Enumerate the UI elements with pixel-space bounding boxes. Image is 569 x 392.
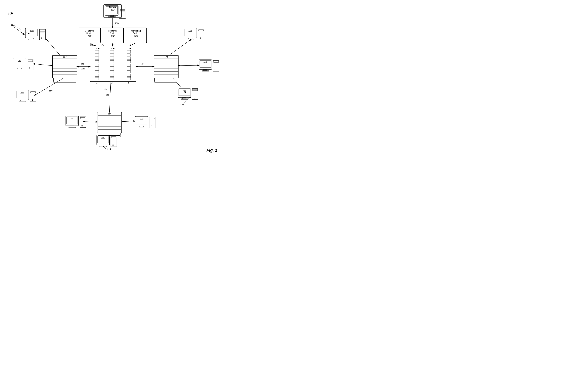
svg-rect-34 bbox=[127, 54, 131, 56]
svg-rect-35 bbox=[127, 57, 131, 60]
svg-rect-19 bbox=[95, 64, 99, 66]
svg-rect-96 bbox=[69, 127, 75, 128]
svg-rect-33 bbox=[127, 50, 131, 53]
ref-108c: 108c bbox=[115, 22, 119, 24]
md120-label1: Monitoring bbox=[108, 30, 117, 32]
svg-rect-3 bbox=[110, 15, 114, 16]
svg-rect-30 bbox=[110, 70, 114, 73]
sw114-ref: 114 bbox=[108, 112, 111, 115]
ref-200a: 200 bbox=[81, 63, 84, 65]
svg-rect-75 bbox=[40, 31, 45, 32]
ref-108b: 108b bbox=[49, 90, 53, 92]
svg-rect-72 bbox=[28, 39, 35, 40]
svg-rect-22 bbox=[95, 74, 99, 77]
md130-label2: Device bbox=[133, 32, 139, 34]
svg-line-0 bbox=[14, 27, 24, 35]
svg-rect-68 bbox=[155, 81, 177, 82]
md110-ref: 110 bbox=[88, 35, 91, 37]
svg-rect-109 bbox=[140, 126, 143, 127]
svg-rect-119 bbox=[199, 30, 203, 31]
svg-rect-36 bbox=[127, 60, 131, 63]
svg-rect-39 bbox=[127, 70, 131, 73]
svg-rect-25 bbox=[110, 54, 114, 56]
svg-rect-91 bbox=[31, 92, 35, 93]
tap2-label: TAP bbox=[111, 47, 114, 50]
svg-rect-8 bbox=[120, 11, 125, 11]
svg-line-151 bbox=[15, 26, 29, 34]
svg-rect-24 bbox=[110, 50, 114, 53]
svg-rect-29 bbox=[110, 67, 114, 70]
svg-rect-97 bbox=[80, 117, 86, 128]
svg-rect-95 bbox=[70, 126, 74, 127]
svg-rect-90 bbox=[30, 91, 36, 102]
svg-rect-4 bbox=[108, 16, 115, 17]
svg-rect-102 bbox=[101, 145, 105, 146]
svg-rect-82 bbox=[27, 59, 33, 70]
svg-point-127 bbox=[215, 69, 216, 70]
ref-108a: 108a bbox=[81, 68, 85, 70]
md120-label2: Device bbox=[109, 32, 116, 34]
svg-rect-26 bbox=[110, 57, 114, 60]
svg-point-85 bbox=[29, 68, 30, 69]
svg-rect-131 bbox=[181, 99, 188, 99]
svg-rect-110 bbox=[138, 127, 145, 128]
svg-line-138 bbox=[129, 43, 136, 46]
computer-126c: 126c bbox=[184, 28, 204, 40]
svg-rect-17 bbox=[95, 57, 99, 60]
computer-126b: 126b bbox=[199, 60, 219, 71]
svg-rect-27 bbox=[110, 60, 114, 63]
svg-rect-20 bbox=[95, 67, 99, 70]
svg-rect-6 bbox=[120, 8, 125, 9]
c116b-label: 116b bbox=[101, 137, 105, 139]
ref-112b: 112b bbox=[100, 44, 104, 46]
computer-106b: 106b bbox=[13, 58, 33, 70]
svg-rect-32 bbox=[110, 77, 114, 80]
computer-116a: 116a bbox=[135, 116, 155, 128]
svg-line-141 bbox=[109, 82, 111, 112]
computer-106a: 106a bbox=[16, 90, 36, 102]
svg-rect-76 bbox=[40, 32, 45, 33]
label-113: 113 bbox=[107, 148, 111, 151]
svg-rect-80 bbox=[18, 68, 21, 69]
c126c-label: 126c bbox=[188, 30, 192, 31]
svg-rect-117 bbox=[187, 39, 194, 40]
svg-rect-18 bbox=[95, 60, 99, 63]
tap1-label: TAP bbox=[96, 47, 100, 50]
port-n: n bbox=[128, 82, 129, 84]
sw104-ref: 104 bbox=[63, 56, 66, 58]
svg-line-153 bbox=[103, 146, 106, 149]
server-ref: 102 bbox=[111, 8, 114, 11]
server-label: Server bbox=[109, 6, 116, 8]
svg-point-9 bbox=[121, 16, 122, 17]
port-dots: · · · bbox=[120, 82, 122, 84]
c116c-label: 116c bbox=[70, 117, 74, 119]
svg-rect-38 bbox=[127, 67, 131, 70]
label-123: 123 bbox=[180, 104, 184, 107]
md110-label1: Monitoring bbox=[85, 30, 94, 32]
md120-ref: 120 bbox=[111, 35, 114, 37]
svg-rect-23 bbox=[95, 77, 99, 80]
svg-point-99 bbox=[82, 125, 83, 126]
label-100: 100 bbox=[8, 12, 13, 15]
svg-line-147 bbox=[122, 121, 135, 122]
c106b-label: 106b bbox=[18, 60, 21, 62]
svg-rect-5 bbox=[119, 7, 126, 18]
c106a-label: 106a bbox=[20, 92, 24, 93]
c106c-label: 106c bbox=[30, 30, 34, 31]
svg-point-134 bbox=[194, 97, 195, 98]
svg-rect-123 bbox=[203, 70, 207, 70]
svg-rect-73 bbox=[39, 29, 45, 40]
svg-rect-105 bbox=[111, 137, 116, 138]
svg-point-120 bbox=[200, 38, 201, 39]
md130-ref: 130 bbox=[134, 35, 138, 37]
svg-rect-104 bbox=[111, 136, 117, 147]
ref-200b: 200 bbox=[106, 94, 109, 96]
computer-126a: 126a bbox=[178, 88, 198, 99]
svg-rect-21 bbox=[95, 70, 99, 73]
svg-rect-132 bbox=[192, 89, 198, 99]
svg-line-149 bbox=[178, 65, 199, 66]
svg-rect-7 bbox=[120, 10, 125, 10]
svg-rect-81 bbox=[16, 69, 23, 70]
svg-rect-88 bbox=[20, 100, 24, 101]
svg-rect-31 bbox=[110, 74, 114, 77]
